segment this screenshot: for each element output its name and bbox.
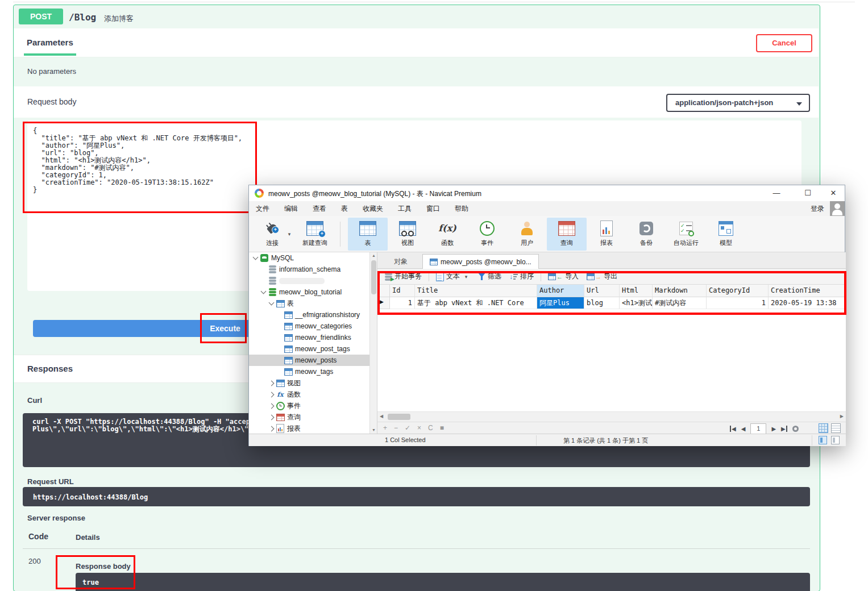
report-icon-wrap bbox=[600, 220, 613, 236]
window-title: meowv_posts @meowv_blog_tutorial (MySQL)… bbox=[268, 189, 481, 199]
chevron-right-icon[interactable] bbox=[267, 393, 275, 397]
last-record-icon[interactable]: ▶ bbox=[781, 426, 787, 432]
page-number-input[interactable]: 1 bbox=[750, 423, 766, 434]
scrollbar-thumb[interactable] bbox=[388, 414, 410, 420]
login-link[interactable]: 登录 bbox=[811, 204, 824, 214]
user-avatar[interactable] bbox=[830, 201, 845, 216]
plus-icon[interactable]: + bbox=[383, 424, 387, 432]
toolbar-backup[interactable]: 备份 bbox=[626, 218, 666, 251]
previous-record-icon[interactable]: ◀ bbox=[741, 426, 746, 432]
scroll-right-icon[interactable]: ▶ bbox=[840, 414, 844, 419]
toolbar-table[interactable]: 表 bbox=[348, 218, 388, 251]
tab-objects[interactable]: 对象 bbox=[387, 254, 414, 269]
response-body-block bbox=[76, 573, 810, 591]
annotation-rect-response-body bbox=[56, 555, 135, 589]
info-pane-toggle-icon[interactable] bbox=[831, 436, 840, 444]
scroll-left-icon[interactable]: ◀ bbox=[380, 414, 383, 419]
toolbar-automation[interactable]: ✓✓自动运行 bbox=[666, 218, 706, 251]
toolbar-user[interactable]: 用户 bbox=[507, 218, 547, 251]
toolbar-separator bbox=[340, 222, 340, 247]
maximize-button[interactable]: ☐ bbox=[796, 185, 819, 201]
chevron-right-icon[interactable] bbox=[267, 427, 275, 431]
tree-item-事件[interactable]: 事件 bbox=[249, 400, 369, 411]
chevron-down-icon[interactable] bbox=[259, 291, 267, 293]
toolbar-report[interactable]: 报表 bbox=[587, 218, 626, 251]
tree-item-meowv_blog_tutorial[interactable]: meowv_blog_tutorial bbox=[249, 286, 369, 298]
tree-item-meowv_posts[interactable]: meowv_posts bbox=[249, 355, 369, 366]
title-bar[interactable]: meowv_posts @meowv_blog_tutorial (MySQL)… bbox=[249, 185, 845, 201]
form-view-toggle[interactable] bbox=[831, 423, 841, 433]
tree-item-label: meowv_posts bbox=[295, 356, 337, 364]
tree-item-查询[interactable]: 查询 bbox=[249, 411, 369, 423]
toolbar-connection[interactable]: +连接 bbox=[259, 218, 285, 251]
tree-item-information_schema[interactable]: information_schema bbox=[249, 264, 369, 275]
table-small-icon bbox=[284, 323, 293, 330]
scrollbar-thumb[interactable] bbox=[371, 260, 376, 294]
tree-item-meowv_post_tags[interactable]: meowv_post_tags bbox=[249, 343, 369, 355]
chevron-right-icon[interactable] bbox=[267, 381, 275, 385]
tree-scrollbar[interactable]: ▲ ▼ bbox=[369, 252, 377, 434]
close-button[interactable]: ✕ bbox=[822, 185, 845, 201]
tree-item-label: 查询 bbox=[287, 413, 301, 422]
toolbar-model[interactable]: 模型 bbox=[706, 218, 746, 251]
minimize-button[interactable]: — bbox=[765, 185, 788, 201]
tab-label: meowv_posts @meowv_blo... bbox=[441, 258, 531, 266]
toolbar-event[interactable]: 事件 bbox=[467, 218, 507, 251]
grid-horizontal-scrollbar[interactable]: ◀ ▶ bbox=[377, 411, 846, 422]
toolbar-label: 报表 bbox=[600, 239, 613, 247]
tree-item-视图[interactable]: 视图 bbox=[249, 377, 369, 389]
database-gray-icon bbox=[269, 277, 276, 285]
stop-icon[interactable]: ■ bbox=[440, 424, 444, 432]
tree-item-meowv_tags[interactable]: meowv_tags bbox=[249, 366, 369, 377]
toolbar-view[interactable]: 视图 bbox=[388, 218, 427, 251]
menu-item-1[interactable]: 文件 bbox=[256, 204, 269, 214]
toolbar-query[interactable]: 查询 bbox=[547, 218, 587, 251]
cancel-button[interactable]: Cancel bbox=[756, 34, 812, 52]
chevron-down-icon[interactable] bbox=[267, 302, 275, 305]
curl-label: Curl bbox=[27, 396, 42, 405]
tree-item-函数[interactable]: fx函数 bbox=[249, 389, 369, 400]
menu-item-3[interactable]: 查看 bbox=[313, 204, 326, 214]
check-icon[interactable]: ✓ bbox=[405, 424, 410, 432]
tree-item-label: __efmigrationshistory bbox=[295, 311, 360, 319]
table-small-icon-wrap bbox=[283, 346, 293, 353]
menu-item-6[interactable]: 工具 bbox=[398, 204, 412, 214]
tree-item-label: meowv_blog_tutorial bbox=[279, 288, 342, 296]
mysql-icon-wrap bbox=[259, 254, 269, 262]
chevron-right-icon[interactable] bbox=[267, 415, 275, 419]
view-icon bbox=[399, 221, 416, 236]
menu-item-8[interactable]: 帮助 bbox=[455, 204, 468, 214]
chevron-right-icon[interactable] bbox=[267, 404, 275, 408]
grid-view-toggle[interactable] bbox=[819, 423, 828, 433]
tree-item-meowv_friendlinks[interactable]: meowv_friendlinks bbox=[249, 332, 369, 343]
settings-gear-icon[interactable] bbox=[792, 426, 799, 432]
chevron-down-icon[interactable] bbox=[251, 257, 259, 259]
sidebar-toggle-icon[interactable] bbox=[819, 436, 827, 444]
tree-item-MySQL[interactable]: MySQL bbox=[249, 252, 369, 264]
tab-meowv-posts[interactable]: meowv_posts @meowv_blo... bbox=[422, 254, 539, 269]
connection-tree: MySQLinformation_schemameowv_blog_tutori… bbox=[249, 252, 369, 434]
chevron-down-icon[interactable]: ▾ bbox=[285, 231, 293, 237]
tree-item-报表[interactable]: 报表 bbox=[249, 423, 369, 434]
tree-item-blurred[interactable] bbox=[249, 275, 369, 286]
content-type-dropdown[interactable]: application/json-patch+json bbox=[666, 94, 810, 112]
tree-item-表[interactable]: 表 bbox=[249, 298, 369, 309]
database-gray-icon-wrap bbox=[267, 277, 277, 285]
refresh-icon[interactable]: C bbox=[428, 424, 433, 432]
tab-parameters[interactable]: Parameters bbox=[27, 38, 73, 47]
menu-item-5[interactable]: 收藏夹 bbox=[363, 204, 383, 214]
status-bar: 1 Col Selected 第 1 条记录 (共 1 条) 于第 1 页 bbox=[249, 434, 846, 446]
menu-item-4[interactable]: 表 bbox=[341, 204, 348, 214]
toolbar-new-query[interactable]: +新建查询 bbox=[293, 218, 337, 251]
tree-item-meowv_categories[interactable]: meowv_categories bbox=[249, 321, 369, 332]
curl-command: curl -X POST "https://localhost:44388/Bl… bbox=[32, 418, 254, 433]
next-record-icon[interactable]: ▶ bbox=[771, 426, 776, 432]
menu-item-7[interactable]: 窗口 bbox=[426, 204, 440, 214]
toolbar-function[interactable]: f(x)函数 bbox=[427, 218, 467, 251]
tree-item-label: 函数 bbox=[287, 390, 301, 399]
tree-item-__efmigrationshistory[interactable]: __efmigrationshistory bbox=[249, 309, 369, 321]
menu-item-2[interactable]: 编辑 bbox=[284, 204, 298, 214]
minus-icon[interactable]: − bbox=[394, 424, 398, 432]
cross-icon[interactable]: × bbox=[417, 424, 421, 432]
first-record-icon[interactable]: ◀ bbox=[730, 426, 736, 432]
